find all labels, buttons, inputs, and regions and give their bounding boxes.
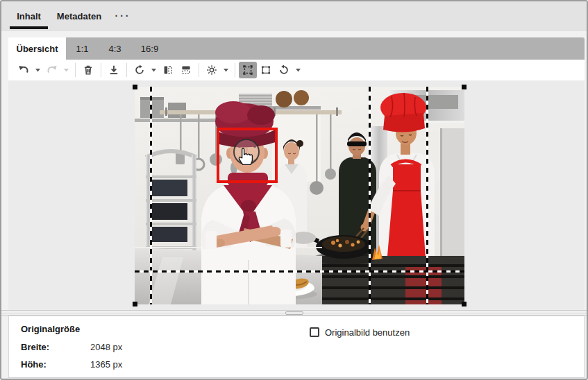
toolbar-divider (101, 63, 101, 77)
flip-horizontal-button[interactable] (159, 62, 177, 78)
toolbar-divider (126, 63, 127, 77)
brightness-button[interactable] (203, 62, 221, 78)
tab-metadaten[interactable]: Metadaten (56, 1, 102, 31)
brightness-icon (206, 64, 217, 76)
more-tabs-icon: ··· (115, 10, 131, 21)
redo-icon (47, 64, 58, 76)
brightness-dropdown-button[interactable] (221, 62, 231, 78)
width-value: 2048 px (90, 342, 122, 352)
caret-down-icon (151, 69, 157, 72)
width-label: Breite: (21, 342, 49, 352)
splitter-grip[interactable] (285, 311, 303, 315)
redo-dropdown-button[interactable] (61, 62, 72, 78)
rotate-ccw-icon (278, 64, 289, 76)
rotate-dropdown-button[interactable] (149, 62, 159, 78)
tab-metadaten-label: Metadaten (57, 11, 101, 21)
caret-down-icon (224, 69, 229, 72)
undo-icon (18, 64, 29, 76)
crop-handle-top-right[interactable] (462, 85, 467, 89)
tab-1-1[interactable]: 1:1 (66, 37, 99, 60)
crop-guide-horizontal-1[interactable] (135, 270, 464, 273)
tab-16-9[interactable]: 16:9 (131, 37, 168, 60)
height-value: 1365 px (90, 359, 122, 370)
flip-vertical-icon (180, 64, 192, 76)
caret-down-icon (296, 69, 301, 72)
crop-handle-top-left[interactable] (133, 85, 137, 89)
top-tab-bar: Inhalt Metadaten ··· (1, 1, 587, 31)
rotate-cw-icon (134, 64, 145, 76)
tab-uebersicht[interactable]: Übersicht (8, 37, 66, 60)
use-original-label: Originalbild benutzen (325, 327, 410, 338)
tab-uebersicht-label: Übersicht (17, 44, 58, 54)
download-icon (108, 64, 119, 76)
image-editor-window: Inhalt Metadaten ··· Übersicht 1:1 4:3 1… (0, 0, 588, 380)
delete-button[interactable] (79, 62, 97, 78)
active-tab-indicator (10, 26, 48, 29)
caret-down-icon (64, 69, 69, 72)
toolbar-divider (199, 63, 199, 77)
crop-focus-icon (242, 64, 253, 76)
selection-rectangle-icon (260, 64, 271, 76)
view-tab-strip: Übersicht 1:1 4:3 16:9 (8, 37, 585, 60)
panel-splitter[interactable] (1, 310, 587, 316)
original-size-heading: Originalgröße (21, 324, 80, 334)
flip-horizontal-icon (162, 64, 174, 76)
tab-1-1-label: 1:1 (76, 44, 88, 54)
undo-dropdown-button[interactable] (33, 62, 43, 78)
photo-container (135, 87, 464, 304)
tab-more[interactable]: ··· (111, 1, 135, 31)
flip-vertical-button[interactable] (177, 62, 195, 78)
editor-toolbar (8, 60, 585, 80)
selection-rectangle-button[interactable] (257, 62, 275, 78)
tab-inhalt-label: Inhalt (17, 11, 41, 21)
toolbar-divider (75, 63, 76, 77)
crop-focus-button[interactable] (239, 62, 257, 78)
trash-icon (83, 64, 94, 76)
rotate-ccw-dropdown-button[interactable] (293, 62, 303, 78)
caret-down-icon (35, 69, 41, 72)
crop-handle-bottom-right[interactable] (462, 302, 467, 306)
download-button[interactable] (105, 62, 123, 78)
tab-4-3[interactable]: 4:3 (99, 37, 131, 60)
undo-button[interactable] (15, 62, 33, 78)
rotate-ccw-button[interactable] (275, 62, 293, 78)
image-canvas-area (8, 80, 585, 310)
tab-16-9-label: 16:9 (141, 44, 158, 54)
toolbar-divider (235, 63, 235, 77)
hand-cursor-icon (237, 145, 255, 166)
tab-4-3-label: 4:3 (108, 44, 121, 54)
height-label: Höhe: (21, 359, 47, 370)
image-info-panel: Originalgröße Breite: 2048 px Höhe: 1365… (8, 316, 585, 378)
rotate-cw-button[interactable] (131, 62, 149, 78)
redo-button[interactable] (43, 62, 61, 78)
use-original-checkbox[interactable] (310, 327, 319, 337)
crop-handle-bottom-left[interactable] (133, 302, 137, 306)
